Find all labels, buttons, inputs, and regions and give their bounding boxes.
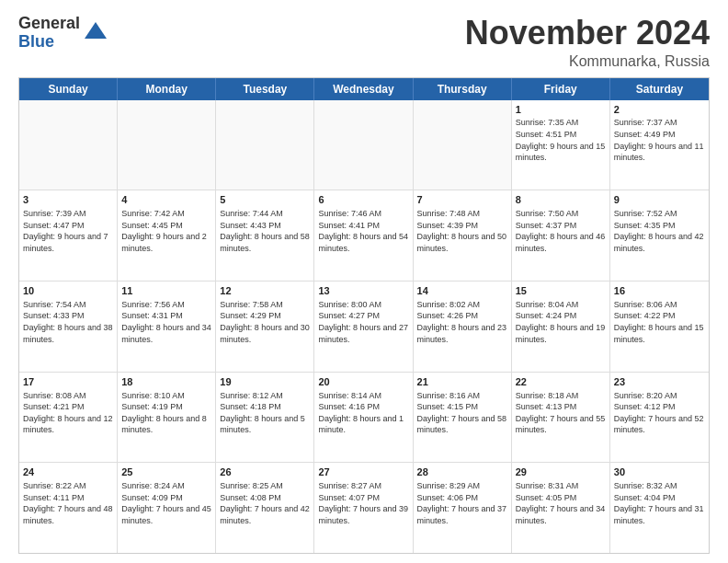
day-info: Sunrise: 7:48 AM Sunset: 4:39 PM Dayligh… [417,208,507,254]
cal-cell-r2-c3: 13Sunrise: 8:00 AM Sunset: 4:27 PM Dayli… [314,282,413,372]
cal-cell-r3-c0: 17Sunrise: 8:08 AM Sunset: 4:21 PM Dayli… [19,373,118,463]
cal-cell-r2-c4: 14Sunrise: 8:02 AM Sunset: 4:26 PM Dayli… [414,282,512,372]
calendar: SundayMondayTuesdayWednesdayThursdayFrid… [18,77,710,554]
day-info: Sunrise: 7:37 AM Sunset: 4:49 PM Dayligh… [614,117,705,163]
day-number: 30 [614,465,705,479]
svg-marker-0 [85,22,107,39]
day-number: 26 [220,465,310,479]
day-info: Sunrise: 8:00 AM Sunset: 4:27 PM Dayligh… [318,299,408,345]
cal-cell-r0-c2 [216,100,314,190]
day-info: Sunrise: 8:02 AM Sunset: 4:26 PM Dayligh… [417,299,507,345]
cal-cell-r4-c0: 24Sunrise: 8:22 AM Sunset: 4:11 PM Dayli… [19,463,118,553]
cal-cell-r1-c5: 8Sunrise: 7:50 AM Sunset: 4:37 PM Daylig… [512,190,610,281]
day-info: Sunrise: 8:32 AM Sunset: 4:04 PM Dayligh… [614,480,705,526]
cal-cell-r4-c5: 29Sunrise: 8:31 AM Sunset: 4:05 PM Dayli… [512,463,610,553]
header-day-thursday: Thursday [414,78,512,100]
day-info: Sunrise: 8:24 AM Sunset: 4:09 PM Dayligh… [121,480,211,526]
day-number: 6 [318,193,408,207]
day-number: 3 [23,193,113,207]
day-number: 28 [417,465,507,479]
cal-cell-r3-c2: 19Sunrise: 8:12 AM Sunset: 4:18 PM Dayli… [216,373,314,463]
day-number: 24 [23,465,113,479]
day-number: 22 [516,375,606,389]
day-number: 9 [614,193,705,207]
day-number: 7 [417,193,507,207]
header-day-wednesday: Wednesday [314,78,413,100]
cal-cell-r4-c2: 26Sunrise: 8:25 AM Sunset: 4:08 PM Dayli… [216,463,314,553]
cal-cell-r3-c6: 23Sunrise: 8:20 AM Sunset: 4:12 PM Dayli… [610,373,709,463]
day-info: Sunrise: 8:22 AM Sunset: 4:11 PM Dayligh… [23,480,113,526]
day-info: Sunrise: 8:27 AM Sunset: 4:07 PM Dayligh… [318,480,408,526]
logo-general: General [18,15,80,33]
calendar-header: SundayMondayTuesdayWednesdayThursdayFrid… [19,78,709,100]
day-number: 10 [23,284,113,298]
day-info: Sunrise: 8:18 AM Sunset: 4:13 PM Dayligh… [516,390,606,436]
calendar-row-1: 3Sunrise: 7:39 AM Sunset: 4:47 PM Daylig… [19,190,709,281]
day-number: 8 [516,193,606,207]
header-day-friday: Friday [512,78,610,100]
day-info: Sunrise: 7:44 AM Sunset: 4:43 PM Dayligh… [220,208,310,254]
logo: General Blue [18,15,108,52]
day-info: Sunrise: 7:35 AM Sunset: 4:51 PM Dayligh… [516,117,606,163]
cal-cell-r2-c5: 15Sunrise: 8:04 AM Sunset: 4:24 PM Dayli… [512,282,610,372]
day-info: Sunrise: 8:25 AM Sunset: 4:08 PM Dayligh… [220,480,310,526]
header-day-monday: Monday [118,78,216,100]
header-day-saturday: Saturday [610,78,709,100]
day-number: 5 [220,193,310,207]
cal-cell-r4-c3: 27Sunrise: 8:27 AM Sunset: 4:07 PM Dayli… [314,463,413,553]
day-number: 21 [417,375,507,389]
cal-cell-r3-c4: 21Sunrise: 8:16 AM Sunset: 4:15 PM Dayli… [414,373,512,463]
cal-cell-r1-c2: 5Sunrise: 7:44 AM Sunset: 4:43 PM Daylig… [216,190,314,281]
cal-cell-r4-c6: 30Sunrise: 8:32 AM Sunset: 4:04 PM Dayli… [610,463,709,553]
logo-blue: Blue [18,33,80,52]
header-day-tuesday: Tuesday [216,78,314,100]
cal-cell-r4-c1: 25Sunrise: 8:24 AM Sunset: 4:09 PM Dayli… [118,463,216,553]
calendar-row-0: 1Sunrise: 7:35 AM Sunset: 4:51 PM Daylig… [19,100,709,190]
calendar-row-2: 10Sunrise: 7:54 AM Sunset: 4:33 PM Dayli… [19,281,709,372]
cal-cell-r3-c1: 18Sunrise: 8:10 AM Sunset: 4:19 PM Dayli… [118,373,216,463]
day-number: 27 [318,465,408,479]
cal-cell-r0-c5: 1Sunrise: 7:35 AM Sunset: 4:51 PM Daylig… [512,100,610,190]
cal-cell-r1-c0: 3Sunrise: 7:39 AM Sunset: 4:47 PM Daylig… [19,190,118,281]
day-number: 14 [417,284,507,298]
cal-cell-r2-c1: 11Sunrise: 7:56 AM Sunset: 4:31 PM Dayli… [118,282,216,372]
day-info: Sunrise: 7:58 AM Sunset: 4:29 PM Dayligh… [220,299,310,345]
day-info: Sunrise: 7:52 AM Sunset: 4:35 PM Dayligh… [614,208,705,254]
calendar-body: 1Sunrise: 7:35 AM Sunset: 4:51 PM Daylig… [19,100,709,553]
day-number: 29 [516,465,606,479]
cal-cell-r4-c4: 28Sunrise: 8:29 AM Sunset: 4:06 PM Dayli… [414,463,512,553]
cal-cell-r1-c4: 7Sunrise: 7:48 AM Sunset: 4:39 PM Daylig… [414,190,512,281]
location-subtitle: Kommunarka, Russia [465,53,710,70]
calendar-row-3: 17Sunrise: 8:08 AM Sunset: 4:21 PM Dayli… [19,372,709,463]
day-number: 4 [121,193,211,207]
day-number: 19 [220,375,310,389]
day-info: Sunrise: 8:10 AM Sunset: 4:19 PM Dayligh… [121,390,211,436]
day-info: Sunrise: 8:14 AM Sunset: 4:16 PM Dayligh… [318,390,408,436]
cal-cell-r2-c2: 12Sunrise: 7:58 AM Sunset: 4:29 PM Dayli… [216,282,314,372]
day-info: Sunrise: 8:31 AM Sunset: 4:05 PM Dayligh… [516,480,606,526]
day-info: Sunrise: 8:04 AM Sunset: 4:24 PM Dayligh… [516,299,606,345]
cal-cell-r1-c1: 4Sunrise: 7:42 AM Sunset: 4:45 PM Daylig… [118,190,216,281]
logo-icon [83,20,108,46]
calendar-row-4: 24Sunrise: 8:22 AM Sunset: 4:11 PM Dayli… [19,462,709,553]
cal-cell-r3-c3: 20Sunrise: 8:14 AM Sunset: 4:16 PM Dayli… [314,373,413,463]
day-info: Sunrise: 7:50 AM Sunset: 4:37 PM Dayligh… [516,208,606,254]
day-number: 20 [318,375,408,389]
cal-cell-r0-c4 [414,100,512,190]
cal-cell-r2-c0: 10Sunrise: 7:54 AM Sunset: 4:33 PM Dayli… [19,282,118,372]
cal-cell-r1-c3: 6Sunrise: 7:46 AM Sunset: 4:41 PM Daylig… [314,190,413,281]
day-info: Sunrise: 7:39 AM Sunset: 4:47 PM Dayligh… [23,208,113,254]
day-number: 25 [121,465,211,479]
day-number: 2 [614,103,705,117]
page-header: General Blue November 2024 Kommunarka, R… [18,15,710,70]
day-number: 15 [516,284,606,298]
cal-cell-r3-c5: 22Sunrise: 8:18 AM Sunset: 4:13 PM Dayli… [512,373,610,463]
day-info: Sunrise: 8:16 AM Sunset: 4:15 PM Dayligh… [417,390,507,436]
header-day-sunday: Sunday [19,78,118,100]
day-info: Sunrise: 8:20 AM Sunset: 4:12 PM Dayligh… [614,390,705,436]
day-info: Sunrise: 8:12 AM Sunset: 4:18 PM Dayligh… [220,390,310,436]
cal-cell-r0-c1 [118,100,216,190]
day-info: Sunrise: 8:06 AM Sunset: 4:22 PM Dayligh… [614,299,705,345]
cal-cell-r0-c0 [19,100,118,190]
day-number: 16 [614,284,705,298]
